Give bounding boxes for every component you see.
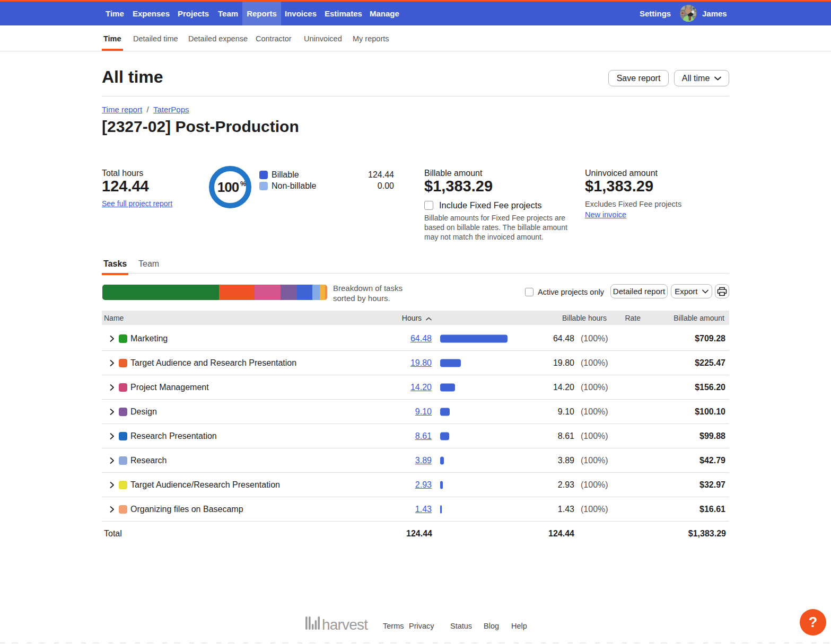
svg-text:harvest: harvest <box>322 616 368 633</box>
svg-text:100: 100 <box>217 179 239 195</box>
svg-text:%: % <box>240 180 246 188</box>
